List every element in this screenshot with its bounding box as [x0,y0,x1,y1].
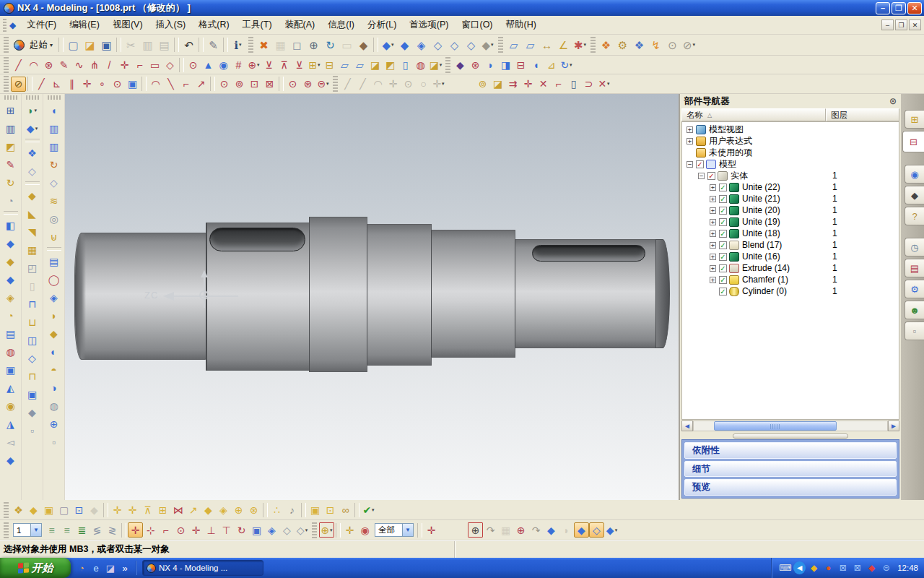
toolbar-icon[interactable]: ◈ [45,288,63,306]
snap-arc-center-icon[interactable]: ⊙ [110,77,125,92]
checkbox-icon[interactable]: ✓ [719,207,727,215]
sphere-icon[interactable]: ◍ [413,57,428,72]
toolbar-icon[interactable]: ❖ [23,144,41,162]
catalog-tab[interactable]: ▤ [905,259,924,277]
menu-item[interactable]: 编辑(E) [63,17,106,33]
checkbox-icon[interactable]: ✓ [719,184,727,191]
toolbar-icon[interactable]: ⊞ [155,502,170,517]
history-tab[interactable]: ◆ [905,186,924,204]
assembly-e-icon[interactable]: ⊙ [664,36,681,53]
horizontal-scrollbar[interactable]: ◄ ► [681,420,899,431]
snap-midpoint-icon[interactable]: ∥ [64,77,79,92]
offset-2-icon[interactable]: ⊟ [322,57,337,72]
chevron-down-icon[interactable]: ▼ [402,524,413,536]
toolbar-icon[interactable]: ⊕ [513,522,528,538]
checkbox-icon[interactable]: ✓ [719,264,727,272]
splitter-handle[interactable] [733,434,848,439]
network1-tray-icon[interactable]: ⊠ [837,561,849,574]
sketch-point-icon[interactable]: ✛▾ [431,77,446,92]
circle-full-icon[interactable]: ⊙ [186,57,201,72]
snap-tangent-icon[interactable]: ◠ [148,77,163,92]
constraint-c-icon[interactable]: ⇉ [505,77,520,92]
constraint-h-icon[interactable]: ⊃ [581,77,596,92]
toolbar-icon[interactable]: ⊓ [23,367,41,385]
toolbar-icon[interactable]: ⊕ [231,502,246,517]
tree-row[interactable]: +用户表达式 [682,135,899,147]
toolbar-icon[interactable]: ⊡ [323,502,338,517]
constraint-g-icon[interactable]: ▯ [566,77,581,92]
trim-3-icon[interactable]: ⊻ [292,57,307,72]
toolbar-icon[interactable]: ≡ [59,522,74,538]
mdi-close-button[interactable]: ✕ [909,20,921,30]
toolbar-icon[interactable]: ▫ [45,433,63,451]
toolbar-icon[interactable]: ◯ [45,270,63,288]
toolbar-icon[interactable]: ▥ [45,119,63,137]
wireframe-toggle-icon[interactable]: ◇ [589,522,604,538]
tree-row[interactable]: +✓Unite (18)1 [682,228,899,239]
snap-toggle-icon[interactable]: ✛ [424,522,439,538]
mdi-minimize-button[interactable]: – [881,20,894,30]
checkbox-icon[interactable]: ✓ [719,230,727,238]
toolbar-icon[interactable]: ◍ [1,342,19,361]
menu-item[interactable]: 视图(V) [106,17,149,33]
assembly-f-icon[interactable]: ⊘▾ [681,36,697,53]
sketch-icon[interactable]: ◗▾ [23,101,41,119]
toolbar-icon[interactable]: ▥ [45,137,63,155]
toolbar-icon[interactable]: ◣ [23,204,41,223]
toolbar-icon[interactable]: ◇▾ [295,522,310,538]
tree-row[interactable]: 未使用的项 [682,147,899,158]
toolbar-icon[interactable]: ◫ [23,331,41,349]
toolbar-icon[interactable]: ◖ [45,101,63,119]
tree-row[interactable]: +✓Unite (16)1 [682,251,899,262]
toolbar-icon[interactable]: ◆ [87,502,102,517]
column-header-layer[interactable]: 图层 [826,108,899,121]
toolbar-icon[interactable]: ▤ [1,324,19,342]
minus-box-icon[interactable]: − [698,173,705,179]
sheet-icon[interactable]: ◪▾ [428,57,443,72]
constraint-b-icon[interactable]: ◪ [490,77,505,92]
toolbar-icon[interactable]: ⌐ [158,522,173,538]
restore-button[interactable]: ❐ [892,2,906,14]
link-icon[interactable]: ∞ [338,502,353,517]
toolbar-icon[interactable]: ◇ [23,349,41,367]
constraint-f-icon[interactable]: ⌐ [551,77,566,92]
update-tray-icon[interactable]: ● [822,561,834,574]
toolbar-icon[interactable]: ✛ [125,502,140,517]
toolbar-icon[interactable]: ◆ [23,403,41,421]
scroll-left-icon[interactable]: ◄ [681,420,693,431]
language-tray-icon[interactable]: ◄ [793,561,806,574]
sketch-circle-icon[interactable]: ⊙ [401,77,416,92]
toolbar-icon[interactable]: ◥ [23,223,41,241]
info-icon[interactable]: ℹ▾ [230,36,246,53]
toolbar-icon[interactable]: ◗ [45,306,63,324]
toolbar-icon[interactable]: ✎ [1,155,19,173]
toolbar-icon[interactable]: ⊌ [45,228,63,246]
sketch-line-icon[interactable]: ╱ [340,77,355,92]
assembly-navigator-tab[interactable]: ⊞ [905,110,924,129]
toolbar-icon[interactable]: ⊓ [23,295,41,313]
save-wcs-icon[interactable]: ▣ [249,522,264,538]
profile-icon[interactable]: ⌐ [132,57,147,72]
pan-icon[interactable]: ▭ [339,36,355,53]
shaft-section-4[interactable] [367,224,432,366]
tree-row[interactable]: +✓Unite (21)1 [682,193,899,204]
roles-tab[interactable]: ☻ [905,301,924,319]
toolbar-icon[interactable]: ✛ [110,502,125,517]
toolbar-icon[interactable]: ↻ [1,173,19,191]
menu-item[interactable]: 格式(R) [192,17,235,33]
sketch-ellipse-icon[interactable]: ○ [416,77,431,92]
keyboard-tray-icon[interactable]: ⌨ [779,561,791,574]
tools-tab[interactable]: ⚙ [905,280,924,298]
snap-box-2-icon[interactable]: ⊠ [262,77,277,92]
toolbar-icon[interactable]: ⊥ [204,522,219,538]
mdi-restore-button[interactable]: ❐ [895,20,907,30]
toolbar-icon[interactable]: ⊙ [173,522,188,538]
toolbar-icon[interactable]: ≶ [90,522,105,538]
snap-c2-icon[interactable]: ⊛ [300,77,315,92]
taskbar-task-nx[interactable]: NX 4 - Modeling ... [142,560,263,576]
fit-view-icon[interactable]: ▦ [272,36,289,53]
toolbar-icon[interactable]: ∴ [269,502,284,517]
plus-box-icon[interactable]: + [687,138,693,144]
toolbar-icon[interactable]: ◍ [45,397,63,415]
toolbar-icon[interactable]: ⊕ [45,415,63,433]
